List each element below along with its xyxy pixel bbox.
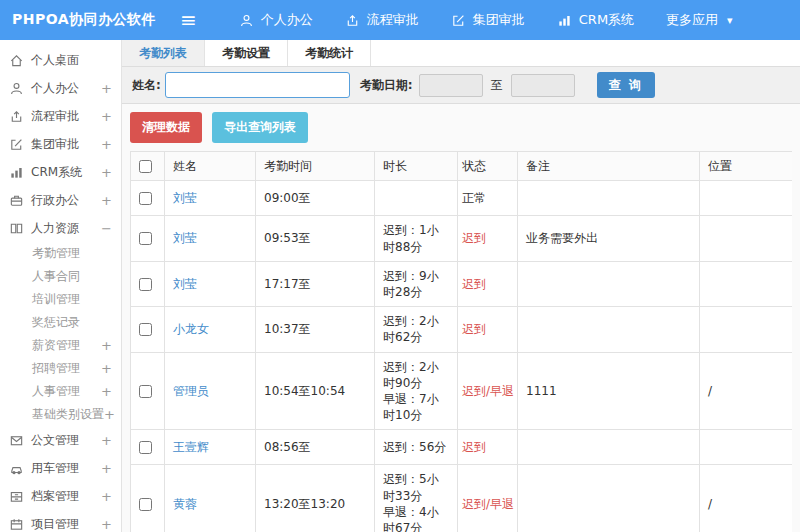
row-checkbox-cell: [131, 430, 165, 465]
expand-toggle-icon[interactable]: +: [101, 109, 112, 124]
status-cell: 迟到: [458, 261, 518, 306]
expand-toggle-icon[interactable]: +: [101, 433, 112, 448]
expand-toggle-icon[interactable]: −: [101, 221, 112, 236]
note-cell: [518, 181, 700, 216]
expand-toggle-icon[interactable]: +: [101, 517, 112, 532]
sidebar-item-9[interactable]: 档案管理+: [0, 482, 121, 510]
topnav-item-1[interactable]: 流程审批: [329, 11, 435, 29]
expand-toggle-icon[interactable]: +: [101, 489, 112, 504]
name-cell: 管理员: [165, 352, 256, 430]
book-icon: [9, 221, 27, 236]
tab-0[interactable]: 考勤列表: [122, 40, 205, 66]
row-checkbox[interactable]: [139, 278, 152, 291]
tab-1[interactable]: 考勤设置: [205, 40, 288, 66]
sidebar-subitem-6-2[interactable]: 培训管理: [0, 288, 121, 311]
sidebar-subitem-6-7[interactable]: 基础类别设置+: [0, 403, 121, 426]
employee-name-link[interactable]: 管理员: [173, 384, 209, 398]
row-checkbox-cell: [131, 261, 165, 306]
chevron-down-icon: ▾: [727, 14, 733, 27]
edit-icon: [9, 137, 27, 152]
employee-name-link[interactable]: 刘莹: [173, 277, 197, 291]
location-cell: [700, 181, 793, 216]
clean-data-button[interactable]: 清理数据: [130, 112, 202, 143]
expand-toggle-icon[interactable]: +: [101, 165, 112, 180]
sidebar-subitem-6-0[interactable]: 考勤管理: [0, 242, 121, 265]
topnav-item-0[interactable]: 个人办公: [223, 11, 329, 29]
row-checkbox[interactable]: [139, 232, 152, 245]
calendar-icon: [9, 517, 27, 532]
topnav-item-3[interactable]: CRM系统: [541, 11, 650, 29]
note-cell: [518, 465, 700, 532]
time-cell: 10:37至: [256, 307, 375, 352]
sidebar-subitem-label: 奖惩记录: [32, 314, 112, 331]
row-checkbox-cell: [131, 307, 165, 352]
sidebar-subitem-6-5[interactable]: 招聘管理+: [0, 357, 121, 380]
time-cell: 08:56至: [256, 430, 375, 465]
sidebar-item-label: 公文管理: [31, 432, 101, 449]
search-button[interactable]: 查 询: [597, 72, 655, 98]
sidebar-subitem-6-3[interactable]: 奖惩记录: [0, 311, 121, 334]
attendance-table: 姓名考勤时间时长状态备注位置 刘莹09:00至正常刘莹09:53至迟到：1小时8…: [130, 151, 792, 532]
sidebar-subitem-label: 招聘管理: [32, 360, 101, 377]
sidebar-subitem-6-4[interactable]: 薪资管理+: [0, 334, 121, 357]
export-list-button[interactable]: 导出查询列表: [212, 112, 308, 143]
expand-toggle-icon[interactable]: +: [101, 338, 112, 353]
time-cell: 10:54至10:54: [256, 352, 375, 430]
topnav-item-2[interactable]: 集团审批: [435, 11, 541, 29]
sidebar-subitem-6-6[interactable]: 人事管理+: [0, 380, 121, 403]
name-cell: 黄蓉: [165, 465, 256, 532]
table-row: 刘莹17:17至迟到：9小时28分迟到: [131, 261, 793, 306]
expand-toggle-icon[interactable]: +: [101, 384, 112, 399]
column-header-1: 考勤时间: [256, 152, 375, 181]
note-cell: [518, 430, 700, 465]
sidebar-item-4[interactable]: CRM系统+: [0, 158, 121, 186]
date-from-input[interactable]: [419, 74, 483, 97]
sidebar-item-2[interactable]: 流程审批+: [0, 102, 121, 130]
sidebar-item-5[interactable]: 行政办公+: [0, 186, 121, 214]
mail-icon: [9, 433, 27, 448]
expand-toggle-icon[interactable]: +: [101, 81, 112, 96]
employee-name-link[interactable]: 黄蓉: [173, 497, 197, 511]
location-cell: /: [700, 352, 793, 430]
location-cell: [700, 307, 793, 352]
hamburger-icon[interactable]: ≡: [168, 10, 209, 30]
sidebar-item-0[interactable]: 个人桌面: [0, 46, 121, 74]
employee-name-link[interactable]: 刘莹: [173, 191, 197, 205]
select-all-cell: [131, 152, 165, 181]
sidebar-item-10[interactable]: 项目管理+: [0, 510, 121, 532]
column-header-3: 状态: [458, 152, 518, 181]
row-checkbox[interactable]: [139, 192, 152, 205]
name-cell: 王壹辉: [165, 430, 256, 465]
expand-toggle-icon[interactable]: +: [101, 137, 112, 152]
date-to-input[interactable]: [511, 74, 575, 97]
sidebar: 个人桌面个人办公+流程审批+集团审批+CRM系统+行政办公+人力资源−考勤管理人…: [0, 40, 122, 532]
sidebar-item-6[interactable]: 人力资源−: [0, 214, 121, 242]
expand-toggle-icon[interactable]: +: [104, 407, 115, 422]
sidebar-item-1[interactable]: 个人办公+: [0, 74, 121, 102]
expand-toggle-icon[interactable]: +: [101, 361, 112, 376]
sidebar-item-7[interactable]: 公文管理+: [0, 426, 121, 454]
sidebar-item-label: 流程审批: [31, 108, 101, 125]
sidebar-subitem-6-1[interactable]: 人事合同: [0, 265, 121, 288]
row-checkbox-cell: [131, 465, 165, 532]
expand-toggle-icon[interactable]: +: [101, 461, 112, 476]
sidebar-subitem-label: 人事管理: [32, 383, 101, 400]
name-filter-input[interactable]: [165, 72, 350, 98]
row-checkbox[interactable]: [139, 323, 152, 336]
sidebar-item-3[interactable]: 集团审批+: [0, 130, 121, 158]
employee-name-link[interactable]: 小龙女: [173, 322, 209, 336]
tab-2[interactable]: 考勤统计: [288, 40, 371, 66]
topnav-item-label: 个人办公: [261, 11, 313, 29]
duration-cell: 迟到：2小时90分 早退：7小时10分: [375, 352, 458, 430]
expand-toggle-icon[interactable]: +: [101, 193, 112, 208]
row-checkbox[interactable]: [139, 441, 152, 454]
select-all-checkbox[interactable]: [139, 160, 152, 173]
employee-name-link[interactable]: 刘莹: [173, 231, 197, 245]
location-cell: /: [700, 465, 793, 532]
row-checkbox[interactable]: [139, 498, 152, 511]
row-checkbox[interactable]: [139, 385, 152, 398]
note-cell: [518, 261, 700, 306]
topnav-item-4[interactable]: 更多应用▾: [650, 11, 749, 29]
sidebar-item-8[interactable]: 用车管理+: [0, 454, 121, 482]
employee-name-link[interactable]: 王壹辉: [173, 440, 209, 454]
